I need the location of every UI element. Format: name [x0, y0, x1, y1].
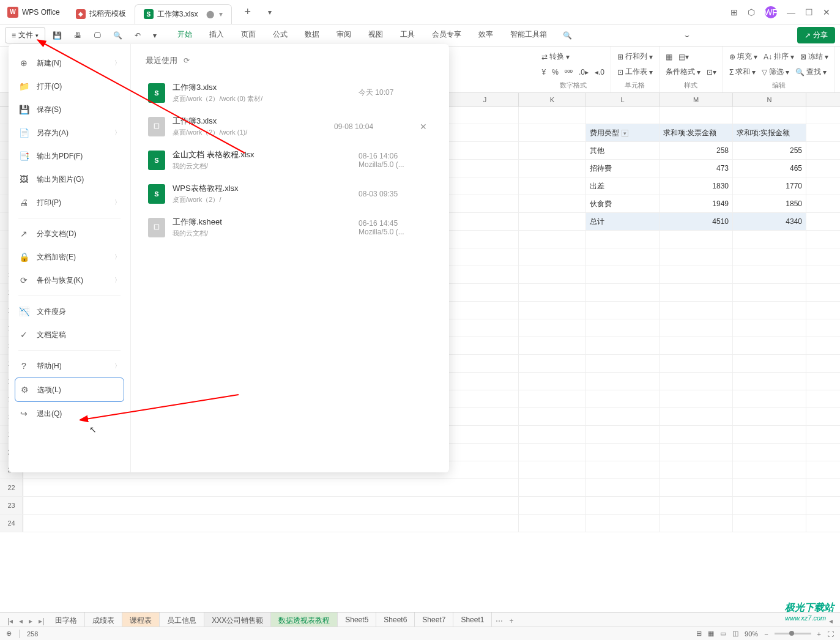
preview-button[interactable]: 🖵: [89, 29, 106, 42]
cell[interactable]: [733, 497, 806, 514]
save-button[interactable]: 💾: [48, 29, 67, 42]
search-button[interactable]: 🔍: [108, 29, 127, 42]
cell[interactable]: [452, 408, 519, 425]
cell[interactable]: [452, 515, 519, 532]
cell[interactable]: [586, 231, 660, 248]
cell[interactable]: [452, 461, 519, 478]
cell[interactable]: [452, 284, 519, 301]
cell[interactable]: [586, 248, 660, 266]
cell[interactable]: [660, 266, 733, 283]
view-layout-icon[interactable]: ▦: [708, 630, 714, 638]
cell[interactable]: [733, 390, 806, 407]
cell[interactable]: [733, 302, 806, 319]
recent-item-1[interactable]: ☐ 工作簿3.xlsx桌面/work（2）/work (1)/ 09-08 10…: [146, 110, 434, 143]
sheet-more[interactable]: ⋯: [493, 617, 505, 625]
view-page-icon[interactable]: ▭: [720, 630, 726, 638]
cell[interactable]: 费用类型▾: [586, 124, 660, 141]
cell[interactable]: [452, 497, 519, 514]
cell[interactable]: [660, 497, 733, 514]
cell[interactable]: [519, 106, 586, 124]
menu-tab-4[interactable]: 数据: [296, 24, 328, 46]
zoom-in-button[interactable]: +: [817, 630, 821, 638]
tab-menu-button[interactable]: ▾: [263, 8, 277, 17]
menu-tab-3[interactable]: 公式: [264, 24, 296, 46]
sort-button[interactable]: A↓ 排序 ▾: [764, 51, 794, 62]
file-menu-item-4[interactable]: 📑输出为PDF(F): [9, 144, 130, 168]
cell[interactable]: [586, 319, 660, 337]
cell[interactable]: [586, 426, 660, 443]
cell[interactable]: 求和项:实报金额: [733, 124, 806, 141]
cell[interactable]: [660, 479, 733, 496]
cell[interactable]: [519, 408, 586, 425]
cell[interactable]: [452, 373, 519, 390]
cell[interactable]: [519, 248, 586, 266]
cell[interactable]: [519, 213, 586, 230]
fill-button[interactable]: ⊕ 填充 ▾: [729, 51, 757, 62]
menu-tab-10[interactable]: 智能工具箱: [502, 24, 556, 46]
cell[interactable]: 求和项:发票金额: [660, 124, 733, 141]
cell[interactable]: [452, 231, 519, 248]
refresh-icon[interactable]: ⟳: [184, 56, 190, 65]
box-icon[interactable]: ⬡: [748, 7, 755, 17]
cell[interactable]: [519, 461, 586, 478]
currency-button[interactable]: ¥: [541, 68, 546, 76]
redo-button[interactable]: ▾: [148, 29, 162, 42]
file-menu-item-14[interactable]: ↪退出(Q): [9, 402, 130, 425]
file-menu-item-6[interactable]: 🖨打印(P)〉: [9, 191, 130, 214]
cell[interactable]: 1949: [660, 195, 733, 212]
cell[interactable]: 255: [733, 142, 806, 159]
condfmt-button[interactable]: 条件格式▾: [666, 67, 701, 77]
row-header-22[interactable]: 22: [0, 479, 23, 496]
file-menu-item-10[interactable]: 📉文件瘦身: [9, 300, 130, 323]
file-menu-item-7[interactable]: ↗分享文档(D): [9, 222, 130, 245]
filter-button[interactable]: ▽ 筛选 ▾: [762, 67, 789, 77]
toolbar-search-button[interactable]: 🔍: [558, 29, 577, 42]
menu-tab-9[interactable]: 效率: [470, 24, 502, 46]
cell[interactable]: [733, 284, 806, 301]
cell[interactable]: [519, 444, 586, 461]
cell[interactable]: [452, 160, 519, 177]
dec-inc-button[interactable]: ◂.0: [595, 68, 604, 76]
cell[interactable]: [586, 390, 660, 407]
cell[interactable]: [586, 106, 660, 124]
cell[interactable]: [733, 426, 806, 443]
cell[interactable]: [733, 337, 806, 354]
file-menu-item-3[interactable]: 📄另存为(A)〉: [9, 121, 130, 144]
cell[interactable]: [519, 266, 586, 283]
find-button[interactable]: 🔍 查找 ▾: [795, 67, 827, 77]
file-menu-item-0[interactable]: ⊕新建(N)〉: [9, 51, 130, 75]
undo-button[interactable]: ↶: [130, 29, 146, 42]
status-mode-icon[interactable]: ⊕: [6, 630, 12, 638]
cell[interactable]: [586, 337, 660, 354]
cell[interactable]: [519, 515, 586, 532]
cell[interactable]: [452, 302, 519, 319]
col-header-L[interactable]: L: [586, 93, 660, 106]
cell[interactable]: [452, 177, 519, 195]
col-header-K[interactable]: K: [519, 93, 586, 106]
cell[interactable]: [452, 426, 519, 443]
cell[interactable]: 出差: [586, 177, 660, 195]
menu-tab-0[interactable]: 开始: [169, 24, 201, 46]
cell[interactable]: 招待费: [586, 160, 660, 177]
file-menu-item-1[interactable]: 📁打开(O): [9, 75, 130, 98]
maximize-button[interactable]: ☐: [805, 7, 813, 17]
sheet-nav-prev[interactable]: ◂: [17, 617, 25, 625]
template-tab[interactable]: ◆ 找稻壳模板: [67, 4, 135, 24]
cell[interactable]: [660, 390, 733, 407]
file-menu-item-5[interactable]: 🖼输出为图片(G): [9, 168, 130, 191]
cell[interactable]: [519, 479, 586, 496]
cell[interactable]: [519, 497, 586, 514]
cell[interactable]: [519, 284, 586, 301]
rowcol-button[interactable]: ⊞ 行和列 ▾: [617, 51, 653, 62]
cell[interactable]: [519, 373, 586, 390]
cell[interactable]: [452, 213, 519, 230]
cell[interactable]: [733, 231, 806, 248]
cell[interactable]: [733, 319, 806, 337]
cell[interactable]: [586, 302, 660, 319]
cell[interactable]: [660, 231, 733, 248]
cell[interactable]: [452, 355, 519, 372]
cell[interactable]: [660, 408, 733, 425]
fullscreen-icon[interactable]: ⛶: [827, 630, 834, 638]
cell[interactable]: [452, 319, 519, 337]
cell[interactable]: [586, 515, 660, 532]
